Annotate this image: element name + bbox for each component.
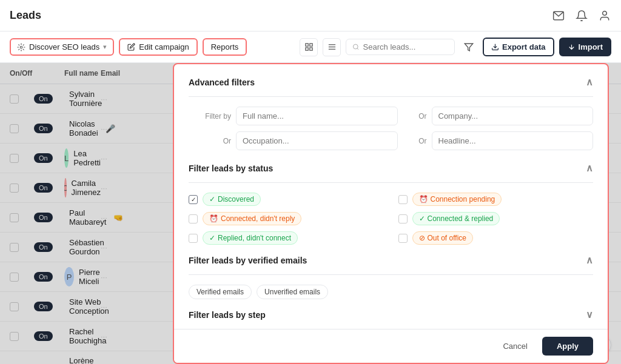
edit-campaign-button[interactable]: Edit campaign [119, 38, 197, 56]
user-icon[interactable] [598, 9, 611, 22]
export-data-button[interactable]: Export data [483, 38, 554, 56]
svg-marker-12 [465, 44, 472, 51]
toolbar-right: Export data Import [300, 38, 611, 56]
status-item-connection-pending[interactable]: ⏰ Connection pending [398, 193, 594, 206]
or-label-1: Or [403, 112, 427, 121]
mail-icon[interactable] [552, 9, 565, 22]
toolbar-left: Discover SEO leads ▾ Edit campaign Repor… [10, 38, 295, 56]
app-header: Leads [0, 0, 621, 31]
divider-2 [189, 182, 593, 183]
company-input[interactable] [432, 107, 594, 125]
svg-rect-5 [305, 48, 307, 50]
search-input[interactable] [363, 42, 448, 51]
status-checkbox-connected-replied[interactable] [398, 214, 408, 223]
status-checkbox-connected-no-reply[interactable] [189, 214, 198, 223]
headline-input[interactable] [432, 131, 594, 150]
svg-point-10 [353, 44, 358, 49]
app-title: Leads [10, 9, 41, 22]
or-label-3: Or [403, 137, 427, 145]
apply-label: Apply [557, 342, 579, 351]
svg-rect-6 [309, 48, 312, 50]
svg-point-1 [603, 11, 607, 15]
filter-footer: Cancel Apply [174, 329, 608, 363]
bell-icon[interactable] [575, 9, 588, 22]
status-section-title: Filter leads by status [189, 164, 273, 173]
cancel-label: Cancel [503, 342, 527, 351]
status-badge-connected-no-reply: ⏰ Connected, didn't reply [203, 212, 301, 225]
import-label: Import [579, 42, 603, 51]
status-item-connected-no-reply[interactable]: ⏰ Connected, didn't reply [189, 212, 384, 225]
header-icons [552, 9, 611, 22]
svg-point-2 [20, 46, 22, 48]
import-button[interactable]: Import [559, 38, 611, 56]
divider-3 [189, 274, 593, 275]
campaign-name: Discover SEO leads [29, 42, 99, 51]
svg-rect-3 [305, 44, 307, 46]
search-bar [346, 39, 455, 55]
status-collapse-icon[interactable]: ∧ [586, 162, 593, 174]
status-item-connected-replied[interactable]: ✓ Connected & replied [398, 212, 594, 225]
search-icon [352, 43, 360, 51]
filter-by-row-1: Filter by Or [189, 107, 593, 125]
divider-1 [189, 96, 593, 97]
fullname-input[interactable] [236, 107, 398, 125]
email-tags: Verified emailsUnverified emails [189, 285, 593, 299]
advanced-filters-title: Advanced filters [189, 78, 255, 87]
step-section-title: Filter leads by step [189, 310, 266, 320]
grid-view-button[interactable] [300, 38, 318, 56]
email-collapse-icon[interactable]: ∧ [586, 254, 593, 266]
filter-panel: Advanced filters ∧ Filter by Or Or Or [173, 63, 609, 364]
toolbar: Discover SEO leads ▾ Edit campaign Repor… [0, 31, 621, 63]
cancel-button[interactable]: Cancel [494, 337, 535, 355]
status-checkbox-discovered[interactable]: ✓ [189, 195, 198, 204]
collapse-icon[interactable]: ∧ [586, 76, 593, 88]
status-checkbox-connection-pending[interactable] [398, 195, 408, 204]
reports-label: Reports [211, 42, 239, 51]
email-tag-0[interactable]: Verified emails [189, 285, 252, 299]
status-badge-connection-pending: ⏰ Connection pending [412, 193, 502, 206]
status-item-discovered[interactable]: ✓ ✓ Discovered [189, 193, 384, 206]
chevron-down-icon: ▾ [103, 43, 107, 51]
filter-by-label: Filter by [189, 112, 231, 121]
apply-button[interactable]: Apply [542, 337, 593, 356]
main-content: On/Off Full name Email On S Sylvain Tour… [0, 63, 621, 364]
svg-rect-4 [309, 44, 312, 46]
status-section-header: Filter leads by status ∧ [189, 162, 593, 182]
filter-by-row-2: Or Or [189, 131, 593, 150]
svg-line-11 [357, 48, 358, 50]
status-item-out-of-office[interactable]: ⊘ Out of office [398, 231, 594, 245]
status-section: Filter leads by status ∧ ✓ ✓ Discovered … [189, 162, 593, 245]
step-section-header: Filter leads by step ∨ [189, 309, 593, 329]
status-checkbox-out-of-office[interactable] [398, 234, 408, 243]
step-section: Filter leads by step ∨ [189, 309, 593, 329]
advanced-filters-header: Advanced filters ∧ [189, 76, 593, 96]
status-item-replied-no-connect[interactable]: ✓ Replied, didn't connect [189, 231, 384, 245]
email-section-title: Filter leads by verified emails [189, 256, 307, 265]
filter-button[interactable] [460, 38, 478, 56]
email-tag-1[interactable]: Unverified emails [257, 285, 328, 299]
export-label: Export data [502, 42, 546, 51]
status-badge-out-of-office: ⊘ Out of office [412, 231, 473, 245]
campaign-select[interactable]: Discover SEO leads ▾ [10, 38, 114, 56]
or-label-2: Or [189, 137, 231, 145]
edit-campaign-label: Edit campaign [139, 42, 189, 51]
status-badge-discovered: ✓ Discovered [203, 193, 261, 206]
status-badge-connected-replied: ✓ Connected & replied [412, 212, 500, 225]
occupation-input[interactable] [236, 131, 398, 150]
status-grid: ✓ ✓ Discovered ⏰ Connection pending ⏰ Co… [189, 193, 593, 245]
filter-panel-content: Advanced filters ∧ Filter by Or Or Or [174, 64, 608, 329]
reports-button[interactable]: Reports [203, 38, 247, 56]
list-view-button[interactable] [323, 38, 341, 56]
email-section: Filter leads by verified emails ∧ Verifi… [189, 254, 593, 299]
step-expand-icon[interactable]: ∨ [586, 309, 593, 320]
status-checkbox-replied-no-connect[interactable] [189, 234, 198, 243]
email-section-header: Filter leads by verified emails ∧ [189, 254, 593, 274]
status-badge-replied-no-connect: ✓ Replied, didn't connect [203, 231, 298, 245]
